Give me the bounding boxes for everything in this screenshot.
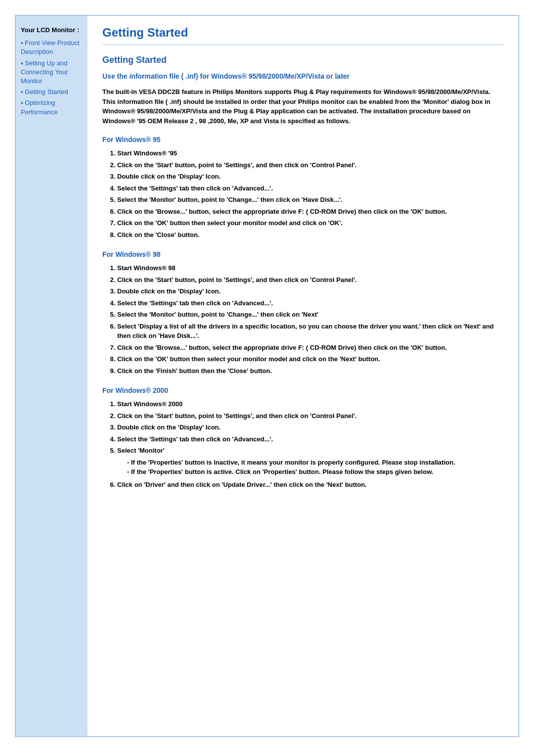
list-item: Select 'Monitor'	[117, 446, 503, 456]
use-inf-link[interactable]: Use the information file ( .inf) for Win…	[102, 72, 503, 80]
sub-note-2: - If the 'Properties' button is active. …	[127, 467, 503, 477]
bullet-4: •	[21, 99, 23, 106]
list-item: Double click on the 'Display' Icon.	[117, 423, 503, 432]
windows-95-list: Start Windows® '95 Click on the 'Start' …	[117, 148, 503, 239]
windows-95-section: For Windows® 95 Start Windows® '95 Click…	[102, 136, 503, 239]
sidebar-item-optimizing[interactable]: • Optimizing Performance	[21, 98, 83, 116]
bullet-3: •	[21, 88, 23, 95]
section-title: Getting Started	[102, 55, 503, 65]
list-item: Start Windows® 2000	[117, 399, 503, 409]
list-item: Click on the 'Start' button, point to 'S…	[117, 160, 503, 170]
list-item: Click on the 'Close' button.	[117, 230, 503, 240]
sidebar: Your LCD Monitor : • Front View Product …	[16, 16, 88, 736]
list-item: Select the 'Monitor' button, point to 'C…	[117, 195, 503, 205]
list-item: Start Windows® '95	[117, 148, 503, 158]
list-item: Click on the 'OK' button then select you…	[117, 218, 503, 228]
bullet-1: •	[21, 39, 23, 47]
page-title: Getting Started	[102, 26, 503, 40]
windows-98-section: For Windows® 98 Start Windows® 98 Click …	[102, 250, 503, 376]
sidebar-label-optimizing: Optimizing Performance	[21, 99, 57, 115]
list-item: Click on the 'Finish' button then the 'C…	[117, 366, 503, 376]
windows-95-heading: For Windows® 95	[102, 136, 503, 143]
windows-2000-list: Start Windows® 2000 Click on the 'Start'…	[117, 399, 503, 489]
list-item: Select the 'Monitor' button, point to 'C…	[117, 310, 503, 320]
list-item: Click on the 'Browse...' button, select …	[117, 207, 503, 217]
list-item: Double click on the 'Display' Icon.	[117, 286, 503, 296]
bullet-2: •	[21, 59, 23, 67]
sidebar-label-frontview: Front View Product Description	[21, 39, 80, 55]
list-item: Double click on the 'Display' Icon.	[117, 172, 503, 182]
list-item: Click on the 'OK' button then select you…	[117, 354, 503, 364]
list-item: Select the 'Settings' tab then click on …	[117, 298, 503, 308]
intro-paragraph: The built-in VESA DDC2B feature in Phili…	[102, 87, 503, 126]
list-item: Click on the 'Browse...' button, select …	[117, 343, 503, 353]
page-container: Your LCD Monitor : • Front View Product …	[15, 15, 519, 737]
list-item: Select the 'Settings' tab then click on …	[117, 184, 503, 193]
sidebar-item-gettingstarted[interactable]: • Getting Started	[21, 88, 83, 96]
list-item: Click on the 'Start' button, point to 'S…	[117, 275, 503, 285]
windows-98-list: Start Windows® 98 Click on the 'Start' b…	[117, 263, 503, 376]
windows-2000-heading: For Windows® 2000	[102, 386, 503, 394]
list-item: Select the 'Settings' tab then click on …	[117, 434, 503, 444]
sidebar-item-settingup[interactable]: • Setting Up and Connecting Your Monitor	[21, 59, 83, 86]
sidebar-label-settingup: Setting Up and Connecting Your Monitor	[21, 59, 68, 85]
list-item: Click on the 'Start' button, point to 'S…	[117, 411, 503, 421]
list-item: Select 'Display a list of all the driver…	[117, 322, 503, 341]
title-divider	[102, 45, 503, 45]
main-content: Getting Started Getting Started Use the …	[88, 16, 518, 736]
list-item: Start Windows® 98	[117, 263, 503, 273]
sidebar-title: Your LCD Monitor :	[21, 26, 83, 35]
sidebar-item-frontview[interactable]: • Front View Product Description	[21, 39, 83, 56]
list-item: Click on 'Driver' and then click on 'Upd…	[117, 480, 503, 490]
windows-2000-section: For Windows® 2000 Start Windows® 2000 Cl…	[102, 386, 503, 489]
sidebar-label-gettingstarted: Getting Started	[25, 88, 68, 95]
sub-note-1: - If the 'Properties' button is inactive…	[127, 458, 503, 468]
windows-98-heading: For Windows® 98	[102, 250, 503, 258]
